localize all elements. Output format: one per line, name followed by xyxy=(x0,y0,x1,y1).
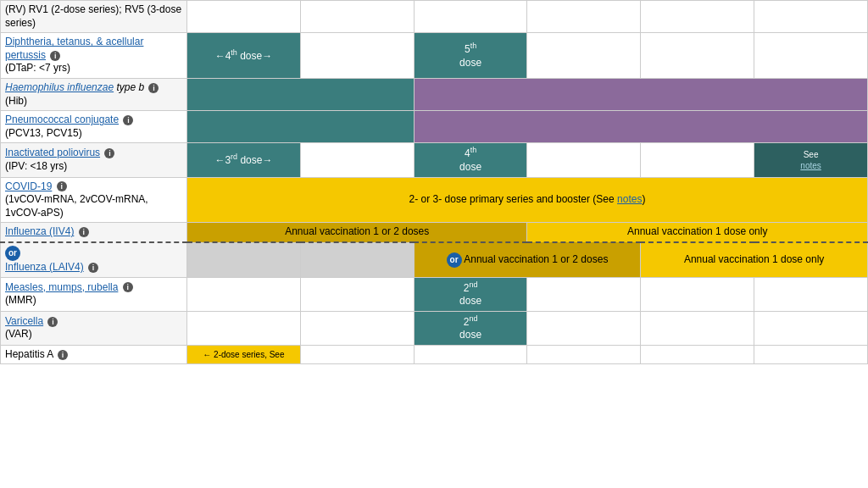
influenza-iiv-link[interactable]: Influenza (IIV4) xyxy=(5,225,74,237)
mmr-name-cell: Measles, mumps, rubella i (MMR) xyxy=(1,277,187,311)
rv-cell-4 xyxy=(527,1,641,33)
hepa-name-cell: Hepatitis A i xyxy=(1,345,187,364)
hepa-cell-4 xyxy=(527,345,641,364)
pcv-cell-2 xyxy=(414,111,867,143)
hepa-name: Hepatitis A xyxy=(5,348,53,360)
hepa-info-icon[interactable]: i xyxy=(58,350,68,360)
varicella-subname: (VAR) xyxy=(5,328,32,340)
ipv-subname: (IPV: <18 yrs) xyxy=(5,160,67,172)
dtap-subname: (DTaP: <7 yrs) xyxy=(5,62,70,74)
dtap-cell-4 xyxy=(527,33,641,79)
hepa-cell-3 xyxy=(414,345,527,364)
influenza-iiv-cell-1: Annual vaccination 1 or 2 doses xyxy=(187,223,527,242)
influenza-laiv-cell-4: Annual vaccination 1 dose only xyxy=(641,242,868,277)
rv-row: (RV) RV1 (2-dose series); RV5 (3-dose se… xyxy=(1,1,868,33)
mmr-subname: (MMR) xyxy=(5,294,36,306)
hepa-cell-1: ← 2-dose series, See xyxy=(187,345,301,364)
ipv-info-icon[interactable]: i xyxy=(104,148,114,158)
ipv-cell-2 xyxy=(300,143,414,177)
varicella-info-icon[interactable]: i xyxy=(47,317,58,327)
hib-name-cell: Haemophilus influenzae type b i (Hib) xyxy=(1,78,187,110)
mmr-cell-5 xyxy=(641,277,754,311)
pcv-cell-1 xyxy=(187,111,415,143)
ipv-notes-link[interactable]: notes xyxy=(800,161,821,170)
hib-info-icon[interactable]: i xyxy=(148,83,159,93)
ipv-cell-6: Seenotes xyxy=(754,143,868,177)
hib-cell-1 xyxy=(187,78,415,110)
rv-name: (RV) RV1 (2-dose series); RV5 (3-dose se… xyxy=(1,1,187,33)
influenza-laiv-cell-2 xyxy=(300,242,414,277)
mmr-row: Measles, mumps, rubella i (MMR) 2nddose xyxy=(1,277,868,311)
rv-cell-6 xyxy=(754,1,868,33)
mmr-link[interactable]: Measles, mumps, rubella xyxy=(5,281,118,293)
ipv-row: Inactivated poliovirus i (IPV: <18 yrs) … xyxy=(1,143,868,177)
dtap-cell-6 xyxy=(754,33,868,79)
varicella-cell-6 xyxy=(754,311,868,345)
influenza-iiv-cell-2: Annual vaccination 1 dose only xyxy=(527,223,868,242)
mmr-cell-6 xyxy=(754,277,868,311)
pcv-link[interactable]: Pneumococcal conjugate xyxy=(5,114,119,125)
pcv-subname: (PCV13, PCV15) xyxy=(5,127,82,139)
hib-cell-2 xyxy=(414,78,867,110)
influenza-laiv-name-cell: or Influenza (LAIV4) i xyxy=(1,242,187,277)
ipv-cell-5 xyxy=(641,143,754,177)
hepa-row: Hepatitis A i ← 2-dose series, See xyxy=(1,345,868,364)
mmr-cell-3: 2nddose xyxy=(414,277,527,311)
covid-cell-1: 2- or 3- dose primary series and booster… xyxy=(187,177,868,223)
varicella-link[interactable]: Varicella xyxy=(5,315,43,327)
pcv-row: Pneumococcal conjugate i (PCV13, PCV15) xyxy=(1,111,868,143)
or-badge-2: or xyxy=(447,252,462,268)
dtap-link[interactable]: Diphtheria, tetanus, & acellular pertuss… xyxy=(5,36,143,61)
covid-link[interactable]: COVID-19 xyxy=(5,180,52,192)
mmr-cell-2 xyxy=(300,277,414,311)
pcv-info-icon[interactable]: i xyxy=(123,115,133,125)
ipv-cell-3: 4thdose xyxy=(414,143,527,177)
hib-subname: (Hib) xyxy=(5,95,27,107)
mmr-info-icon[interactable]: i xyxy=(123,282,133,292)
hepa-cell-5 xyxy=(641,345,754,364)
dtap-name-cell: Diphtheria, tetanus, & acellular pertuss… xyxy=(1,33,187,79)
hepa-cell-6 xyxy=(754,345,868,364)
covid-info-icon[interactable]: i xyxy=(57,181,67,191)
influenza-laiv-info-icon[interactable]: i xyxy=(88,263,98,273)
hepa-cell-2 xyxy=(300,345,414,364)
or-badge: or xyxy=(5,246,20,261)
ipv-cell-4 xyxy=(527,143,641,177)
dtap-cell-3: 5thdose xyxy=(414,33,527,79)
varicella-cell-1 xyxy=(187,311,301,345)
rv-cell-1 xyxy=(187,1,301,33)
ipv-link[interactable]: Inactivated poliovirus xyxy=(5,147,100,158)
hib-row: Haemophilus influenzae type b i (Hib) xyxy=(1,78,868,110)
influenza-laiv-link[interactable]: Influenza (LAIV4) xyxy=(5,261,84,273)
mmr-cell-4 xyxy=(527,277,641,311)
rv-cell-5 xyxy=(641,1,754,33)
varicella-cell-3: 2nddose xyxy=(414,311,527,345)
dtap-cell-1: ←4th dose→ xyxy=(187,33,301,79)
hib-link[interactable]: Haemophilus influenzae xyxy=(5,81,114,93)
rv-cell-3 xyxy=(414,1,527,33)
dtap-row: Diphtheria, tetanus, & acellular pertuss… xyxy=(1,33,868,79)
ipv-cell-1: ←3rd dose→ xyxy=(187,143,301,177)
influenza-laiv-row: or Influenza (LAIV4) i or Annual vaccina… xyxy=(1,242,868,277)
covid-name-cell: COVID-19 i (1vCOV-mRNA, 2vCOV-mRNA, 1vCO… xyxy=(1,177,187,223)
mmr-cell-1 xyxy=(187,277,301,311)
influenza-laiv-cell-1 xyxy=(187,242,301,277)
dtap-cell-2 xyxy=(300,33,414,79)
influenza-iiv-info-icon[interactable]: i xyxy=(79,227,89,237)
rv-cell-2 xyxy=(300,1,414,33)
varicella-cell-4 xyxy=(527,311,641,345)
covid-notes-link[interactable]: notes xyxy=(617,193,642,205)
covid-subname: (1vCOV-mRNA, 2vCOV-mRNA, 1vCOV-aPS) xyxy=(5,193,148,219)
varicella-row: Varicella i (VAR) 2nddose xyxy=(1,311,868,345)
influenza-laiv-cell-3: or Annual vaccination 1 or 2 doses xyxy=(414,242,641,277)
ipv-name-cell: Inactivated poliovirus i (IPV: <18 yrs) xyxy=(1,143,187,177)
varicella-cell-5 xyxy=(641,311,754,345)
pcv-name-cell: Pneumococcal conjugate i (PCV13, PCV15) xyxy=(1,111,187,143)
dtap-cell-5 xyxy=(641,33,754,79)
influenza-iiv-row: Influenza (IIV4) i Annual vaccination 1 … xyxy=(1,223,868,242)
covid-row: COVID-19 i (1vCOV-mRNA, 2vCOV-mRNA, 1vCO… xyxy=(1,177,868,223)
varicella-name-cell: Varicella i (VAR) xyxy=(1,311,187,345)
varicella-cell-2 xyxy=(300,311,414,345)
dtap-info-icon[interactable]: i xyxy=(50,51,60,61)
vaccination-schedule-table: (RV) RV1 (2-dose series); RV5 (3-dose se… xyxy=(0,0,868,364)
